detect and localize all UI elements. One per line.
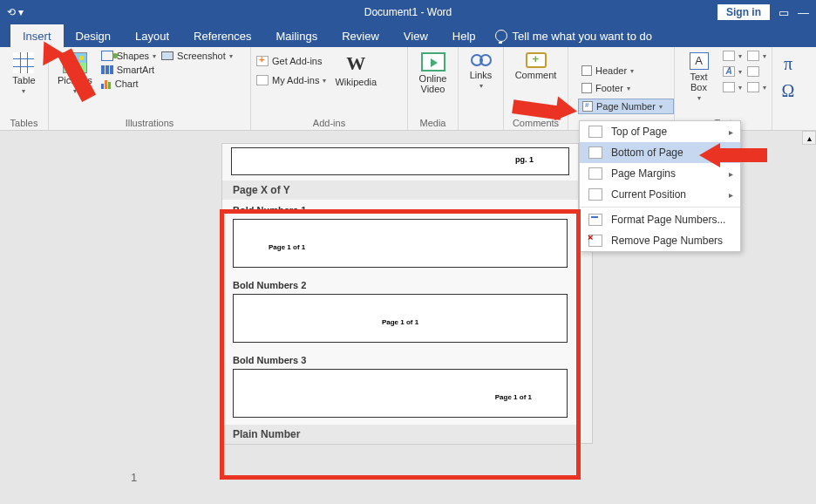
chevron-down-icon: ▾: [73, 87, 77, 95]
page-number-gallery: pg. 1 Page X of Y Bold Numbers 1 Page 1 …: [221, 143, 579, 445]
online-video-button[interactable]: Online Video: [413, 51, 452, 96]
tell-me-search[interactable]: Tell me what you want to do: [495, 24, 652, 47]
screenshot-button[interactable]: Screenshot▾: [161, 51, 233, 61]
footer-button[interactable]: Footer▾: [578, 81, 674, 95]
remove-icon: [588, 235, 602, 247]
wikipedia-icon: W: [346, 52, 365, 75]
minimize-icon[interactable]: —: [798, 6, 809, 19]
group-label-comments: Comments: [509, 116, 562, 128]
chart-button[interactable]: Chart: [101, 78, 156, 89]
footer-label: Footer: [595, 83, 623, 93]
menu-label: Page Margins: [611, 167, 676, 180]
tab-insert[interactable]: Insert: [10, 24, 64, 47]
table-label: Table: [12, 75, 35, 85]
group-addins: Get Add-ins My Add-ins▾ W Wikipedia Add-…: [251, 47, 408, 130]
gallery-section-plain: Plain Number: [222, 425, 578, 444]
smartart-button[interactable]: SmartArt: [101, 65, 156, 75]
signin-button[interactable]: Sign in: [717, 4, 770, 20]
wikipedia-label: Wikipedia: [335, 77, 377, 87]
comment-button[interactable]: Comment: [512, 51, 561, 82]
qa-toolbar[interactable]: ⟲ ▾: [7, 6, 24, 18]
dropcap-button[interactable]: ▾: [723, 82, 742, 92]
tab-references[interactable]: References: [181, 24, 263, 47]
links-label: Links: [470, 70, 493, 80]
format-icon: [588, 214, 602, 226]
page-number-button[interactable]: Page Number▾: [578, 99, 674, 114]
gallery-item-label: Bold Numbers 2: [222, 275, 578, 292]
header-icon: [581, 65, 592, 76]
gallery-item-bold2[interactable]: Page 1 of 1: [233, 294, 568, 343]
current-pos-icon: [588, 188, 602, 201]
pictures-button[interactable]: Pictures ▾: [54, 51, 96, 97]
ribbon-display-icon[interactable]: ▭: [779, 6, 789, 19]
symbol-icon[interactable]: Ω: [782, 81, 795, 101]
tell-me-placeholder: Tell me what you want to do: [513, 30, 652, 43]
textbox-button[interactable]: A Text Box ▾: [680, 51, 717, 104]
wordart-button[interactable]: A▾: [723, 66, 742, 77]
tab-layout[interactable]: Layout: [123, 24, 181, 47]
pictures-icon: [63, 52, 87, 73]
wikipedia-button[interactable]: W Wikipedia: [331, 51, 380, 89]
addins-icon: [256, 75, 269, 85]
menu-bottom-of-page[interactable]: Bottom of Page▸: [580, 142, 740, 163]
datetime-button[interactable]: [747, 66, 766, 77]
tab-help[interactable]: Help: [440, 24, 488, 47]
pictures-label: Pictures: [58, 75, 92, 85]
tab-view[interactable]: View: [391, 24, 440, 47]
menu-label: Top of Page: [611, 126, 667, 138]
menu-label: Format Page Numbers...: [611, 214, 725, 226]
my-addins-label: My Add-ins: [272, 75, 319, 85]
gallery-item-bold3[interactable]: Page 1 of 1: [233, 369, 568, 418]
page-top-icon: [588, 126, 602, 138]
store-icon: [256, 56, 269, 66]
chevron-right-icon: ▸: [729, 148, 733, 158]
chevron-down-icon: ▾: [22, 87, 25, 95]
menu-label: Current Position: [611, 188, 686, 201]
links-button[interactable]: Links ▾: [466, 51, 496, 92]
pagenumber-label: Page Number: [596, 101, 656, 112]
table-button[interactable]: Table ▾: [9, 51, 38, 97]
group-text: A Text Box ▾ ▾ A▾ ▾ ▾ ▾ Text: [675, 47, 772, 130]
menu-format-page-numbers[interactable]: Format Page Numbers...: [580, 209, 740, 230]
quickparts-button[interactable]: ▾: [723, 51, 742, 61]
menu-label: Bottom of Page: [611, 146, 683, 159]
chart-label: Chart: [115, 78, 139, 89]
ribbon: Table ▾ Tables Pictures ▾ Shapes▾ SmartA…: [0, 47, 816, 131]
smartart-icon: [101, 65, 113, 74]
my-addins-button[interactable]: My Add-ins▾: [256, 75, 326, 85]
menu-remove-page-numbers[interactable]: Remove Page Numbers: [580, 230, 740, 251]
menu-page-margins[interactable]: Page Margins▸: [580, 163, 740, 184]
menu-current-position[interactable]: Current Position▸: [580, 184, 740, 205]
footer-icon: [581, 83, 592, 93]
tab-review[interactable]: Review: [330, 24, 391, 47]
sigline-button[interactable]: ▾: [747, 51, 766, 61]
scroll-up-button[interactable]: ▴: [802, 131, 816, 145]
equation-icon[interactable]: π: [784, 54, 792, 74]
video-label: Online Video: [417, 73, 449, 94]
page-bottom-icon: [588, 146, 602, 159]
gallery-preview-current[interactable]: pg. 1: [231, 147, 569, 175]
menu-label: Remove Page Numbers: [611, 235, 723, 247]
header-button[interactable]: Header▾: [578, 64, 674, 78]
signature-icon: [747, 51, 759, 61]
shapes-icon: [101, 51, 113, 61]
quickparts-icon: [723, 51, 735, 61]
chevron-right-icon: ▸: [729, 169, 733, 179]
tab-mailings[interactable]: Mailings: [264, 24, 330, 47]
shapes-button[interactable]: Shapes▾: [101, 51, 156, 61]
shapes-label: Shapes: [117, 51, 149, 61]
preview-pg-text: pg. 1: [515, 155, 534, 164]
tab-design[interactable]: Design: [64, 24, 123, 47]
textbox-icon: A: [690, 52, 709, 70]
table-icon: [13, 52, 34, 73]
gallery-item-label: Bold Numbers 1: [222, 200, 578, 217]
textbox-label: Text Box: [683, 72, 714, 92]
smartart-label: SmartArt: [117, 65, 154, 75]
link-icon: [471, 52, 492, 68]
get-addins-label: Get Add-ins: [272, 56, 322, 66]
get-addins-button[interactable]: Get Add-ins: [256, 56, 326, 66]
menu-top-of-page[interactable]: Top of Page▸: [580, 121, 740, 142]
gallery-item-bold1[interactable]: Page 1 of 1: [233, 219, 568, 268]
object-button[interactable]: ▾: [747, 82, 766, 92]
object-icon: [747, 82, 759, 92]
